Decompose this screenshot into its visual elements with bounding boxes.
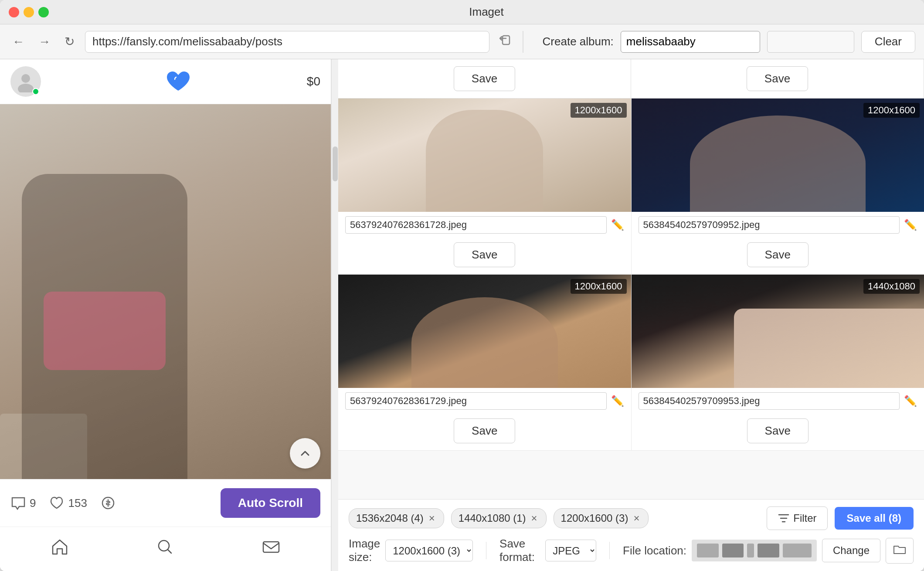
maximize-button[interactable] — [38, 7, 49, 17]
filename-input-1[interactable] — [345, 216, 607, 234]
save-format-setting: Save format: JPEG PNG WEBP — [499, 537, 596, 564]
create-album-label: Create album: — [543, 35, 614, 48]
svg-rect-5 — [263, 542, 279, 552]
window-title: Imaget — [58, 5, 915, 19]
comments-count: 9 — [30, 496, 36, 510]
titlebar: Imaget — [0, 0, 924, 24]
tip-action[interactable] — [100, 495, 116, 511]
likes-count: 153 — [68, 496, 87, 510]
settings-row: Image size: 1200x1600 (3) 1536x2048 (4) … — [349, 537, 914, 564]
image-row-2: 1200x1600 ✏️ Save — [338, 275, 924, 451]
clear-button[interactable]: Clear — [861, 31, 915, 53]
scrollbar[interactable] — [331, 59, 338, 571]
filename-input-2[interactable] — [639, 216, 900, 234]
image-dims-badge-2: 1200x1600 — [863, 103, 920, 118]
filter-icon — [778, 512, 790, 524]
image-filename-row-3: ✏️ — [338, 388, 631, 414]
left-panel: $0 — [0, 59, 331, 571]
likes-action[interactable]: 153 — [49, 495, 87, 511]
mail-nav-button[interactable] — [258, 534, 284, 564]
save-button-3[interactable]: Save — [454, 418, 515, 443]
image-row-1: 1200x1600 ✏️ Save — [338, 99, 924, 275]
save-button-4[interactable]: Save — [747, 418, 808, 443]
scrollbar-thumb[interactable] — [333, 146, 338, 181]
image-cell-1: 1200x1600 ✏️ Save — [338, 99, 632, 274]
svg-point-2 — [18, 84, 34, 92]
back-button[interactable]: ← — [9, 31, 28, 52]
refresh-button[interactable]: ↻ — [61, 31, 78, 52]
change-button[interactable]: Change — [822, 539, 880, 562]
image-thumbnail-3[interactable]: 1200x1600 — [338, 275, 631, 388]
search-nav-button[interactable] — [152, 534, 178, 564]
image-filename-row-4: ✏️ — [632, 388, 924, 414]
size-tag-1: 1536x2048 (4) × — [349, 508, 444, 528]
file-location-bar — [692, 540, 817, 561]
auto-scroll-button[interactable]: Auto Scroll — [221, 488, 320, 518]
right-toolbar: Create album: Clear — [543, 31, 915, 53]
edit-icon-2[interactable]: ✏️ — [904, 219, 917, 231]
app-window: Imaget ← → ↻ Create album: — [0, 0, 924, 571]
save-all-button[interactable]: Save all (8) — [835, 507, 914, 530]
minimize-button[interactable] — [24, 7, 34, 17]
home-nav-button[interactable] — [47, 534, 73, 564]
size-tag-3-close[interactable]: × — [632, 512, 641, 524]
image-save-row-1: Save — [338, 238, 631, 274]
image-thumbnail-1[interactable]: 1200x1600 — [338, 99, 631, 212]
svg-rect-0 — [503, 36, 510, 44]
top-save-button-2[interactable]: Save — [747, 66, 808, 91]
image-size-setting: Image size: 1200x1600 (3) 1536x2048 (4) … — [349, 537, 473, 564]
image-thumbnail-4[interactable]: 1440x1080 — [632, 275, 924, 388]
folder-button[interactable] — [886, 538, 914, 564]
avatar-container — [10, 66, 41, 97]
image-save-row-2: Save — [632, 238, 924, 274]
save-format-label: Save format: — [499, 537, 540, 564]
filename-input-4[interactable] — [639, 392, 900, 410]
browser-toolbar: ← → ↻ Create album: Clear — [0, 24, 924, 59]
save-format-select[interactable]: JPEG PNG WEBP — [545, 540, 596, 561]
image-save-row-4: Save — [632, 414, 924, 450]
main-photo — [0, 104, 331, 479]
image-dims-badge-4: 1440x1080 — [863, 279, 920, 294]
file-location-setting: File location: Change — [623, 538, 914, 564]
location-segment-5 — [783, 544, 812, 557]
edit-icon-3[interactable]: ✏️ — [611, 395, 624, 407]
scroll-up-button[interactable] — [290, 438, 320, 469]
image-filename-row-2: ✏️ — [632, 212, 924, 238]
close-button[interactable] — [9, 7, 19, 17]
svg-point-1 — [21, 74, 30, 83]
filename-input-3[interactable] — [345, 392, 607, 410]
right-panel: Save Save 1200x1600 — [338, 59, 924, 571]
image-dims-badge-1: 1200x1600 — [571, 103, 627, 118]
image-dims-badge-3: 1200x1600 — [571, 279, 627, 294]
address-bar[interactable] — [85, 31, 489, 53]
save-button-1[interactable]: Save — [454, 242, 515, 267]
location-segment-1 — [697, 544, 718, 557]
forward-button[interactable]: → — [35, 31, 54, 52]
folder-icon — [893, 543, 906, 556]
top-save-button-1[interactable]: Save — [454, 66, 515, 91]
like-icon — [49, 495, 65, 511]
location-segment-2 — [722, 544, 744, 557]
image-size-select[interactable]: 1200x1600 (3) 1536x2048 (4) 1440x1080 (1… — [385, 540, 473, 561]
album-name-input[interactable] — [621, 31, 760, 53]
image-cell-3: 1200x1600 ✏️ Save — [338, 275, 632, 450]
location-segment-3 — [747, 544, 754, 557]
post-actions: 9 153 Auto Scroll — [0, 479, 331, 527]
size-tag-3: 1200x1600 (3) × — [554, 508, 649, 528]
edit-icon-4[interactable]: ✏️ — [904, 395, 917, 407]
share-icon-button[interactable] — [496, 32, 512, 51]
comments-action[interactable]: 9 — [10, 495, 36, 511]
size-tag-2: 1440x1080 (1) × — [451, 508, 547, 528]
image-thumbnail-2[interactable]: 1200x1600 — [632, 99, 924, 212]
filter-button[interactable]: Filter — [767, 506, 827, 530]
save-button-2[interactable]: Save — [747, 242, 808, 267]
heart-icon-container — [50, 70, 307, 93]
main-image-area — [0, 104, 331, 479]
edit-icon-1[interactable]: ✏️ — [611, 219, 624, 231]
bottom-nav — [0, 527, 331, 571]
size-tag-2-close[interactable]: × — [530, 512, 539, 524]
size-tag-1-close[interactable]: × — [427, 512, 437, 524]
image-grid: 1200x1600 ✏️ Save — [338, 99, 924, 499]
top-save-cell-1: Save — [338, 59, 631, 98]
file-location-label: File location: — [623, 544, 686, 557]
